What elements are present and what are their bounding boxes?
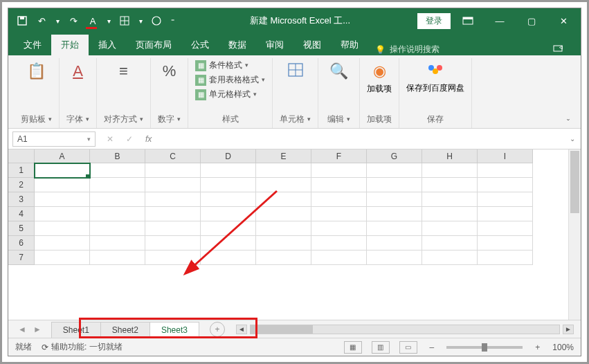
column-header[interactable]: G	[367, 149, 422, 163]
cell[interactable]	[145, 207, 201, 221]
column-header[interactable]: I	[478, 149, 533, 163]
accessibility-status[interactable]: ⟳ 辅助功能: 一切就绪	[42, 341, 123, 353]
enter-formula-icon[interactable]: ✓	[126, 134, 133, 144]
column-header[interactable]: A	[35, 149, 90, 163]
border-icon[interactable]	[118, 14, 132, 28]
cells-icon[interactable]	[283, 60, 308, 84]
tell-me-search[interactable]: 💡 操作说明搜索	[368, 44, 446, 55]
column-header[interactable]: B	[90, 149, 145, 163]
qat-customize-icon[interactable]: ⁼	[169, 17, 176, 25]
cell[interactable]	[90, 178, 145, 192]
minimize-icon[interactable]: —	[485, 8, 514, 33]
cell[interactable]	[145, 221, 201, 236]
horizontal-scrollbar[interactable]: ◄ ►	[236, 325, 581, 334]
worksheet-grid[interactable]: ABCDEFGHI 1234567	[8, 149, 581, 320]
normal-view-button[interactable]: ▦	[344, 341, 362, 354]
column-header[interactable]: F	[311, 149, 367, 163]
cell[interactable]	[311, 221, 367, 236]
cell[interactable]	[422, 236, 478, 251]
cell[interactable]	[90, 221, 145, 236]
alignment-launcher-icon[interactable]: ▾	[140, 116, 143, 122]
sheet-nav-next-icon[interactable]: ►	[33, 325, 42, 334]
hscroll-right-icon[interactable]: ►	[563, 325, 574, 334]
cell[interactable]	[422, 207, 478, 221]
row-header[interactable]: 6	[8, 236, 35, 251]
cell[interactable]	[201, 221, 256, 236]
tab-formulas[interactable]: 公式	[181, 35, 219, 55]
cell[interactable]	[145, 251, 201, 265]
sheet-nav-prev-icon[interactable]: ◄	[18, 325, 26, 334]
font-color-icon[interactable]: A	[86, 14, 100, 28]
cell[interactable]	[90, 192, 145, 207]
undo-icon[interactable]: ↶	[35, 14, 48, 28]
cell[interactable]	[367, 178, 422, 192]
page-layout-view-button[interactable]: ▥	[372, 341, 390, 354]
row-header[interactable]: 1	[8, 163, 35, 178]
cell[interactable]	[478, 221, 533, 236]
column-header[interactable]: C	[145, 149, 201, 163]
cell[interactable]	[256, 192, 311, 207]
column-header[interactable]: E	[256, 149, 311, 163]
cell[interactable]	[367, 207, 422, 221]
cell[interactable]	[311, 192, 367, 207]
cell[interactable]	[201, 192, 256, 207]
select-all-corner[interactable]	[8, 149, 35, 163]
hscroll-left-icon[interactable]: ◄	[236, 325, 247, 334]
cell[interactable]	[478, 192, 533, 207]
number-icon[interactable]: %	[158, 60, 181, 83]
name-box[interactable]: A1▾	[12, 131, 96, 147]
cell[interactable]	[35, 221, 90, 236]
close-icon[interactable]: ✕	[549, 8, 578, 33]
tab-view[interactable]: 视图	[293, 35, 331, 55]
cell[interactable]	[367, 163, 422, 178]
column-header[interactable]: D	[201, 149, 256, 163]
cell[interactable]	[256, 163, 311, 178]
vertical-scrollbar[interactable]	[568, 149, 581, 320]
zoom-in-button[interactable]: +	[532, 343, 543, 352]
cell[interactable]	[478, 251, 533, 265]
cell[interactable]	[201, 207, 256, 221]
sheet-tab[interactable]: Sheet1	[51, 322, 101, 338]
zoom-out-button[interactable]: –	[427, 343, 437, 352]
row-header[interactable]: 5	[8, 221, 35, 236]
cell[interactable]	[35, 236, 90, 251]
cell[interactable]	[145, 236, 201, 251]
cell[interactable]	[256, 207, 311, 221]
cell[interactable]	[311, 163, 367, 178]
cell[interactable]	[35, 207, 90, 221]
cell[interactable]	[90, 236, 145, 251]
row-header[interactable]: 3	[8, 192, 35, 207]
zoom-level[interactable]: 100%	[552, 343, 574, 352]
login-button[interactable]: 登录	[417, 13, 451, 29]
cell[interactable]	[35, 251, 90, 265]
cell[interactable]	[256, 221, 311, 236]
cell[interactable]	[422, 178, 478, 192]
ribbon-options-icon[interactable]	[453, 8, 482, 33]
cell[interactable]	[145, 192, 201, 207]
zoom-slider[interactable]	[446, 346, 523, 349]
cell[interactable]	[201, 163, 256, 178]
cell[interactable]	[35, 192, 90, 207]
alignment-icon[interactable]: ≡	[115, 60, 132, 83]
tab-help[interactable]: 帮助	[331, 35, 368, 55]
cell[interactable]	[145, 163, 201, 178]
cell[interactable]	[311, 178, 367, 192]
cell[interactable]	[478, 163, 533, 178]
tab-layout[interactable]: 页面布局	[126, 35, 181, 55]
cell[interactable]	[367, 251, 422, 265]
redo-icon[interactable]: ↷	[66, 14, 80, 28]
add-sheet-button[interactable]: +	[210, 322, 225, 337]
cell[interactable]	[367, 192, 422, 207]
table-format-button[interactable]: ▦套用表格格式 ▾	[195, 74, 265, 86]
cell[interactable]	[35, 178, 90, 192]
fx-icon[interactable]: fx	[145, 134, 152, 144]
paste-icon[interactable]: 📋	[23, 60, 50, 83]
cell[interactable]	[422, 251, 478, 265]
cell[interactable]	[35, 163, 90, 178]
font-launcher-icon[interactable]: ▾	[86, 116, 89, 122]
expand-formula-bar-icon[interactable]: ⌄	[564, 135, 581, 143]
cell[interactable]	[145, 178, 201, 192]
cell[interactable]	[256, 236, 311, 251]
cell[interactable]	[90, 163, 145, 178]
cell[interactable]	[201, 178, 256, 192]
